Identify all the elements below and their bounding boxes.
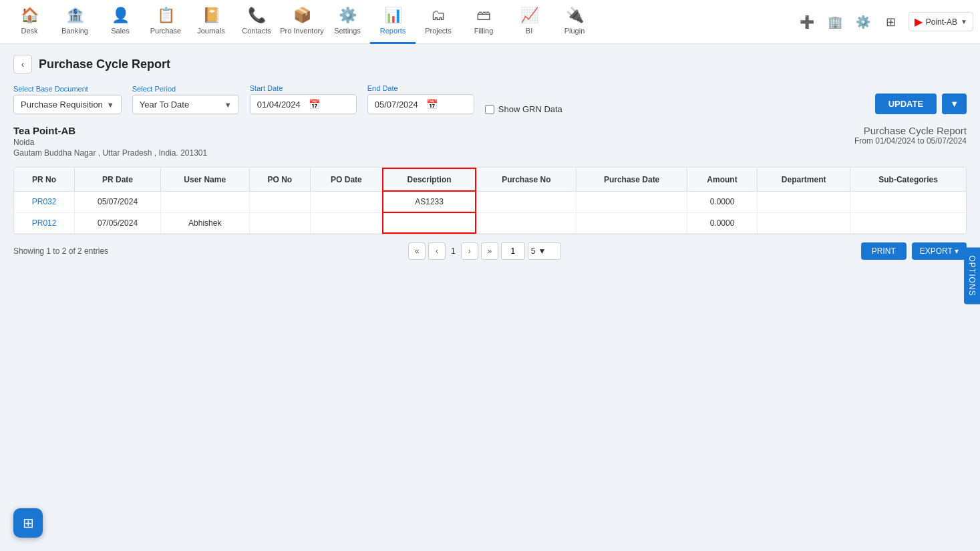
plugin-nav-label: Plugin (564, 27, 585, 35)
col-header-po-date: PO Date (311, 168, 383, 191)
cell-row1-col8: 0.0000 (687, 212, 757, 233)
print-button[interactable]: PRINT (861, 242, 907, 260)
current-page-display: 1 (448, 246, 458, 256)
col-header-purchase-no: Purchase No (476, 168, 576, 191)
pagination-controls: « ‹ 1 › » 5 ▼ (408, 242, 561, 260)
bi-nav-label: BI (526, 27, 532, 35)
start-date-label: Start Date (250, 84, 357, 92)
page-header: ‹ Purchase Cycle Report (13, 55, 967, 73)
page-content: ‹ Purchase Cycle Report Select Base Docu… (0, 44, 980, 270)
add-icon[interactable]: ➕ (796, 11, 818, 33)
options-tab[interactable]: OPTIONS (964, 247, 980, 270)
data-table-wrapper: PR NoPR DateUser NamePO NoPO DateDescrip… (13, 167, 967, 234)
sales-nav-label: Sales (111, 27, 130, 35)
pagination-row: Showing 1 to 2 of 2 entries « ‹ 1 › » 5 … (13, 242, 967, 260)
nav-item-banking[interactable]: 🏦 Banking (52, 0, 98, 44)
filling-nav-icon: 🗃 (476, 7, 491, 24)
pro-inventory-nav-label: Pro Inventory (280, 27, 323, 35)
page-number-input[interactable] (501, 242, 525, 260)
purchase-nav-label: Purchase (150, 27, 181, 35)
contacts-nav-icon: 📞 (248, 7, 266, 24)
cell-row0-col8: 0.0000 (687, 191, 757, 212)
col-header-purchase-date: Purchase Date (577, 168, 687, 191)
page-size-select[interactable]: 5 ▼ (528, 242, 561, 260)
base-document-select[interactable]: Purchase Requisition ▼ (13, 95, 122, 114)
cell-row0-col6 (476, 191, 576, 212)
nav-item-desk[interactable]: 🏠 Desk (7, 0, 52, 44)
show-grn-checkbox[interactable] (485, 105, 494, 114)
table-row: PR01207/05/2024Abhishek0.0000 (14, 212, 966, 233)
plugin-nav-icon: 🔌 (566, 7, 584, 24)
journals-nav-label: Journals (197, 27, 225, 35)
settings-icon[interactable]: ⚙️ (852, 11, 874, 33)
cell-row1-col7 (577, 212, 687, 233)
nav-item-sales[interactable]: 👤 Sales (98, 0, 143, 44)
table-body: PR03205/07/2024AS12330.0000PR01207/05/20… (14, 191, 966, 233)
nav-right: ➕ 🏢 ⚙️ ⊞ ▶ Point-AB ▼ (796, 11, 973, 33)
base-document-label: Select Base Document (13, 85, 122, 93)
page-title: Purchase Cycle Report (39, 57, 170, 71)
contacts-nav-label: Contacts (242, 27, 271, 35)
dropdown-arrow-icon: ▼ (961, 18, 967, 25)
show-grn-label: Show GRN Data (498, 104, 562, 114)
filter-button[interactable]: ▼ (942, 94, 967, 114)
end-date-value: 05/07/2024 (375, 100, 418, 110)
cell-row0-col3 (249, 191, 310, 212)
reports-nav-icon: 📊 (384, 7, 402, 24)
pagination-actions: PRINT EXPORT ▾ (861, 242, 967, 260)
data-table: PR NoPR DateUser NamePO NoPO DateDescrip… (14, 168, 966, 234)
cell-row0-col0[interactable]: PR032 (14, 191, 75, 212)
settings-nav-icon: ⚙️ (339, 7, 357, 24)
nav-item-settings[interactable]: ⚙️ Settings (325, 0, 370, 44)
last-page-button[interactable]: » (481, 242, 498, 260)
nav-item-bi[interactable]: 📈 BI (506, 0, 552, 44)
base-document-arrow-icon: ▼ (107, 101, 114, 109)
filling-nav-label: Filling (474, 27, 494, 35)
nav-item-plugin[interactable]: 🔌 Plugin (552, 0, 597, 44)
cell-row1-col3 (249, 212, 310, 233)
period-arrow-icon: ▼ (224, 101, 232, 109)
nav-item-contacts[interactable]: 📞 Contacts (234, 0, 279, 44)
next-page-button[interactable]: › (461, 242, 478, 260)
start-date-input[interactable]: 01/04/2024 📅 (250, 94, 357, 114)
company-info: Tea Point-AB Noida Gautam Buddha Nagar ,… (13, 125, 207, 158)
back-button[interactable]: ‹ (13, 55, 32, 73)
prev-page-button[interactable]: ‹ (428, 242, 446, 260)
col-header-pr-no: PR No (14, 168, 75, 191)
cell-row0-col7 (577, 191, 687, 212)
report-title-text: Purchase Cycle Report (854, 125, 967, 136)
cell-row1-col0[interactable]: PR012 (14, 212, 75, 233)
company-name-label: Point-AB (926, 17, 957, 27)
pro-inventory-nav-icon: 📦 (293, 7, 311, 24)
nav-item-projects[interactable]: 🗂 Projects (416, 0, 461, 44)
cell-row0-col5: AS1233 (383, 191, 476, 212)
show-grn-group: Show GRN Data (485, 104, 562, 114)
first-page-button[interactable]: « (408, 242, 426, 260)
projects-nav-label: Projects (425, 27, 452, 35)
youtube-button[interactable]: ▶ Point-AB ▼ (909, 12, 973, 31)
company-icon[interactable]: 🏢 (824, 11, 846, 33)
col-header-pr-date: PR Date (75, 168, 161, 191)
cell-row0-col4 (311, 191, 383, 212)
end-date-calendar-icon: 📅 (426, 99, 438, 110)
banking-nav-label: Banking (61, 27, 88, 35)
nav-item-purchase[interactable]: 📋 Purchase (143, 0, 188, 44)
nav-item-filling[interactable]: 🗃 Filling (461, 0, 506, 44)
col-header-po-no: PO No (249, 168, 310, 191)
nav-item-reports[interactable]: 📊 Reports (370, 0, 416, 44)
grid-icon[interactable]: ⊞ (880, 11, 902, 33)
col-header-user-name: User Name (160, 168, 249, 191)
purchase-nav-icon: 📋 (157, 7, 175, 24)
filters-row: Select Base Document Purchase Requisitio… (13, 84, 967, 114)
period-select[interactable]: Year To Date ▼ (132, 95, 239, 114)
end-date-input[interactable]: 05/07/2024 📅 (367, 94, 474, 114)
nav-item-pro-inventory[interactable]: 📦 Pro Inventory (279, 0, 325, 44)
cell-row1-col6 (476, 212, 576, 233)
nav-item-journals[interactable]: 📔 Journals (188, 0, 234, 44)
settings-nav-label: Settings (334, 27, 361, 35)
start-date-calendar-icon: 📅 (309, 99, 320, 110)
projects-nav-icon: 🗂 (431, 7, 446, 24)
update-button[interactable]: UPDATE (875, 94, 937, 114)
cell-row1-col4 (311, 212, 383, 233)
export-button[interactable]: EXPORT ▾ (912, 242, 967, 260)
